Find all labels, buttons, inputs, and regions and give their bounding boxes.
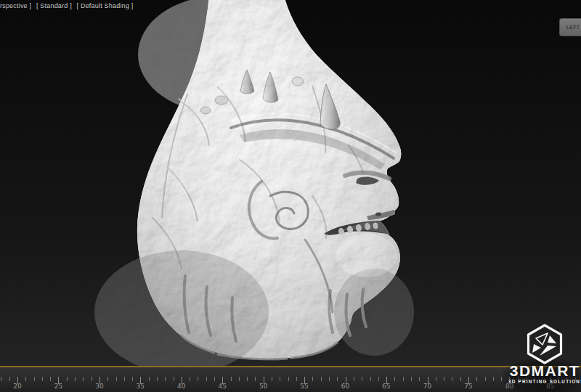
viewport-label-shading[interactable]: [ Default Shading ]: [77, 2, 134, 9]
timeline-tick: [34, 377, 35, 381]
timeline-ruler[interactable]: 2025303540455055606570758085: [0, 367, 581, 392]
timeline-tick: [124, 377, 125, 381]
timeline-tick: [239, 377, 240, 381]
timeline-tick: [231, 377, 232, 381]
timeline-tick: [75, 377, 76, 381]
timeline-tick: [403, 377, 404, 381]
timeline-tick-label: 55: [300, 383, 308, 390]
timeline-tick: [83, 377, 84, 381]
timeline-tick: [132, 377, 133, 381]
timeline-tick-label: 65: [382, 383, 390, 390]
timeline-tick-label: 35: [137, 383, 145, 390]
timeline-tick: [50, 377, 51, 381]
timeline-tick: [362, 377, 362, 381]
timeline-tick: [214, 377, 215, 381]
timeline-tick: [67, 377, 68, 381]
brand-tagline: 3D PRINTING SOLUTIONS: [508, 379, 581, 384]
timeline-tick-label: 60: [341, 383, 349, 390]
demon-head-group: [94, 0, 414, 366]
timeline-tick: [337, 377, 338, 381]
timeline-tick: [174, 377, 174, 381]
timeline-tick: [9, 377, 10, 381]
timeline-tick-label: 75: [464, 383, 472, 390]
timeline-tick: [149, 377, 150, 381]
timeline-tick: [198, 377, 198, 381]
timeline-tick: [272, 377, 272, 381]
timeline-tick: [280, 377, 280, 381]
viewport-canvas[interactable]: rspective ] [ Standard ] [ Default Shadi…: [0, 0, 581, 366]
timeline-tick: [493, 377, 494, 381]
timeline-tick: [476, 377, 477, 381]
timeline-tick: [288, 377, 289, 381]
timeline-tick: [444, 377, 444, 381]
viewport-label-perspective[interactable]: rspective ]: [0, 2, 31, 9]
timeline-tick: [436, 377, 436, 381]
timeline-tick: [394, 377, 395, 381]
timeline-tick: [354, 377, 354, 381]
demon-head-model[interactable]: [0, 0, 581, 366]
timeline-tick: [255, 377, 256, 381]
viewcube-face-label: LEFT: [566, 25, 580, 30]
timeline-tick-label: 30: [95, 383, 103, 390]
viewcube[interactable]: LEFT: [559, 18, 581, 36]
timeline-trackbar[interactable]: 2025303540455055606570758085: [0, 367, 581, 392]
timeline-tick: [378, 377, 379, 381]
timeline-tick: [411, 377, 412, 381]
max-window: rspective ] [ Standard ] [ Default Shadi…: [0, 0, 581, 392]
timeline-tick-label: 40: [177, 383, 185, 390]
timeline-tick: [247, 377, 248, 381]
timeline-tick: [165, 377, 166, 381]
timeline-tick: [206, 377, 207, 381]
viewport-label-standard[interactable]: [ Standard ]: [36, 2, 72, 9]
brand-logo: 3DMART 3D PRINTING SOLUTIONS: [508, 324, 581, 392]
timeline-tick-label: 25: [54, 383, 62, 390]
timeline-tick-label: 45: [219, 383, 227, 390]
timeline-tick: [321, 377, 322, 381]
timeline-tick: [460, 377, 461, 381]
timeline-tick: [419, 377, 420, 381]
timeline-tick-label: 20: [13, 383, 21, 390]
brand-logo-icon: [524, 324, 566, 366]
timeline-tick: [157, 377, 158, 381]
timeline-tick: [1, 377, 1, 381]
timeline-tick: [452, 377, 452, 381]
timeline-tick: [107, 377, 108, 381]
timeline-tick: [485, 377, 486, 381]
timeline-tick: [92, 377, 92, 381]
timeline-tick: [501, 377, 502, 381]
viewport-label: rspective ] [ Standard ] [ Default Shadi…: [0, 1, 136, 10]
timeline-tick: [312, 377, 313, 381]
timeline-tick: [296, 377, 297, 381]
timeline-tick: [42, 377, 43, 381]
brand-name: 3DMART: [508, 363, 581, 379]
timeline-tick-label: 50: [259, 383, 267, 390]
timeline-tick-label: 70: [423, 383, 431, 390]
timeline-tick: [116, 377, 117, 381]
timeline-tick: [329, 377, 330, 381]
timeline-tick: [370, 377, 371, 381]
timeline-tick: [190, 377, 190, 381]
timeline-tick: [25, 377, 26, 381]
